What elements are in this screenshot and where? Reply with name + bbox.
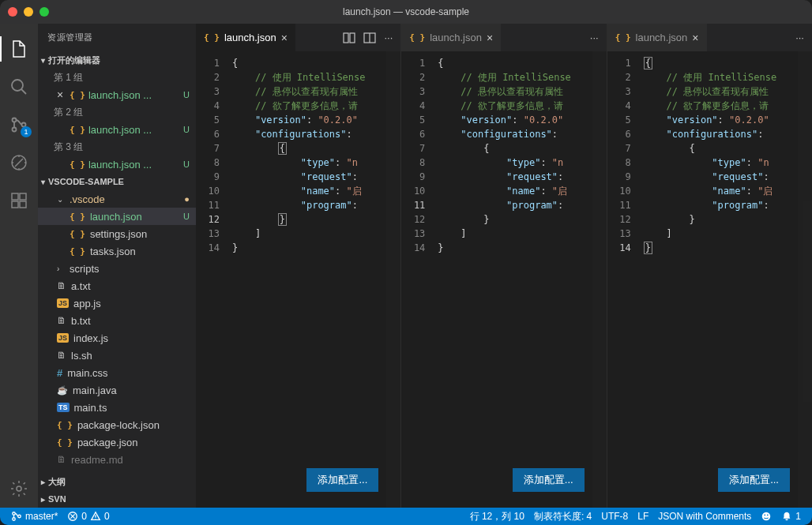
editor-group-2: { } launch.json × ··· 123456789101112131… — [401, 24, 607, 508]
tab-launch-json[interactable]: { } launch.json × — [401, 24, 502, 51]
gutter: 1234567891011121314 — [401, 56, 438, 508]
svn-header[interactable]: ▸ SVN — [38, 490, 196, 508]
file-main-css[interactable]: #main.css — [38, 364, 196, 381]
group-2-label: 第 2 组 — [38, 103, 196, 121]
debug-icon[interactable] — [0, 144, 38, 182]
folder-scripts[interactable]: › scripts — [38, 260, 196, 277]
extensions-icon[interactable] — [0, 182, 38, 219]
status-tabsize[interactable]: 制表符长度: 4 — [529, 510, 596, 523]
minimize-window-button[interactable] — [24, 7, 33, 17]
statusbar: master* 0 0 行 12，列 10 制表符长度: 4 UTF-8 LF … — [0, 508, 812, 525]
compare-icon[interactable] — [343, 32, 355, 44]
close-tab-icon[interactable]: × — [487, 32, 493, 44]
group-1-label: 第 1 组 — [38, 69, 196, 86]
file-tasks-json[interactable]: { } tasks.json — [38, 242, 196, 260]
open-editor-item-2[interactable]: { } launch.json ... U — [38, 121, 196, 138]
svg-point-18 — [765, 514, 766, 516]
json-icon: { } — [615, 32, 631, 43]
more-icon[interactable]: ··· — [590, 32, 599, 43]
settings-icon[interactable] — [0, 470, 38, 508]
search-icon[interactable] — [0, 68, 38, 106]
explorer-icon[interactable] — [0, 30, 38, 68]
sidebar: 资源管理器 ▾ 打开的编辑器 第 1 组 × { } launch.json .… — [38, 24, 196, 508]
activity-bar: 1 — [0, 24, 38, 508]
code-editor-1[interactable]: 1234567891011121314 { // 使用 IntelliSense… — [196, 51, 400, 508]
maximize-window-button[interactable] — [39, 7, 49, 17]
chevron-right-icon: ▸ — [41, 495, 45, 504]
outline-header[interactable]: ▸ 大纲 — [38, 473, 196, 490]
file-main-java[interactable]: ☕main.java — [38, 381, 196, 399]
scm-badge: 1 — [21, 126, 32, 137]
modified-dot: ● — [184, 194, 190, 204]
close-tab-icon[interactable]: × — [692, 32, 698, 44]
file-ls-sh[interactable]: 🗎ls.sh — [38, 347, 196, 364]
close-icon[interactable]: × — [54, 88, 66, 101]
open-editors-header[interactable]: ▾ 打开的编辑器 — [38, 51, 196, 69]
add-config-button[interactable]: 添加配置... — [513, 468, 585, 492]
file-settings-json[interactable]: { } settings.json — [38, 225, 196, 242]
minimap[interactable] — [798, 51, 812, 508]
json-icon: { } — [70, 90, 85, 100]
code-content: { // 使用 IntelliSense // 悬停以查看现有属性 // 欲了解… — [438, 56, 606, 508]
svg-point-14 — [13, 518, 16, 521]
svg-rect-11 — [350, 33, 355, 43]
file-icon: 🗎 — [57, 454, 66, 465]
code-content: { // 使用 IntelliSense // 悬停以查看现有属性 // 欲了解… — [232, 56, 400, 508]
svg-point-13 — [13, 512, 16, 516]
file-launch-json[interactable]: { } launch.json U — [38, 208, 196, 225]
minimap[interactable] — [592, 51, 607, 508]
svg-rect-10 — [344, 33, 348, 43]
json-icon: { } — [204, 32, 220, 43]
svg-point-19 — [767, 514, 769, 516]
workspace-header[interactable]: ▾ VSCODE-SAMPLE — [38, 173, 196, 190]
file-readme[interactable]: 🗎readme.md — [38, 451, 196, 468]
status-branch[interactable]: master* — [6, 511, 62, 522]
status-cursor[interactable]: 行 12，列 10 — [465, 510, 529, 523]
status-encoding[interactable]: UTF-8 — [596, 510, 633, 523]
status-language[interactable]: JSON with Comments — [653, 510, 756, 523]
status-problems[interactable]: 0 0 — [62, 511, 114, 522]
svg-rect-6 — [20, 193, 26, 200]
folder-vscode[interactable]: ⌄ .vscode ● — [38, 190, 196, 208]
file-index-js[interactable]: JSindex.js — [38, 329, 196, 347]
chevron-right-icon: › — [57, 264, 65, 273]
window-title: launch.json — vscode-sample — [343, 6, 469, 17]
close-tab-icon[interactable]: × — [281, 32, 288, 44]
json-icon: { } — [409, 32, 425, 43]
chevron-right-icon: ▸ — [41, 478, 45, 486]
more-icon[interactable]: ··· — [384, 32, 393, 43]
tabbar-3: { } launch.json × ··· — [607, 24, 812, 51]
source-control-icon[interactable]: 1 — [0, 106, 38, 144]
tab-launch-json[interactable]: { } launch.json × — [196, 24, 296, 51]
open-editor-item-1[interactable]: × { } launch.json ... U — [38, 86, 196, 103]
code-editor-3[interactable]: 1234567891011121314 { // 使用 IntelliSense… — [607, 51, 812, 508]
status-feedback-icon[interactable] — [756, 510, 776, 523]
file-a-txt[interactable]: 🗎a.txt — [38, 277, 196, 294]
open-editor-item-3[interactable]: { } launch.json ... U — [38, 156, 196, 173]
file-main-ts[interactable]: TSmain.ts — [38, 399, 196, 416]
editor-groups: { } launch.json × ··· 123456789101112131… — [196, 24, 812, 508]
status-eol[interactable]: LF — [633, 510, 653, 523]
editor-group-3: { } launch.json × ··· 123456789101112131… — [607, 24, 812, 508]
file-b-txt[interactable]: 🗎b.txt — [38, 312, 196, 329]
minimap[interactable] — [386, 51, 400, 508]
chevron-down-icon: ⌄ — [57, 195, 65, 204]
svg-point-9 — [17, 486, 21, 491]
file-icon: 🗎 — [57, 280, 66, 291]
status-notifications-icon[interactable]: 1 — [776, 510, 806, 523]
file-app-js[interactable]: JSapp.js — [38, 294, 196, 312]
file-package-json[interactable]: { }package.json — [38, 433, 196, 451]
add-config-button[interactable]: 添加配置... — [306, 468, 378, 492]
svg-point-0 — [12, 80, 23, 91]
ts-icon: TS — [57, 403, 70, 412]
window-controls — [8, 7, 49, 17]
code-editor-2[interactable]: 1234567891011121314 { // 使用 IntelliSense… — [401, 51, 606, 508]
svg-rect-5 — [12, 193, 18, 200]
close-window-button[interactable] — [8, 7, 17, 17]
file-package-lock[interactable]: { }package-lock.json — [38, 416, 196, 433]
add-config-button[interactable]: 添加配置... — [718, 468, 790, 492]
tab-launch-json[interactable]: { } launch.json × — [607, 24, 708, 51]
more-icon[interactable]: ··· — [795, 32, 804, 43]
split-icon[interactable] — [363, 32, 376, 44]
svg-point-2 — [13, 128, 17, 132]
